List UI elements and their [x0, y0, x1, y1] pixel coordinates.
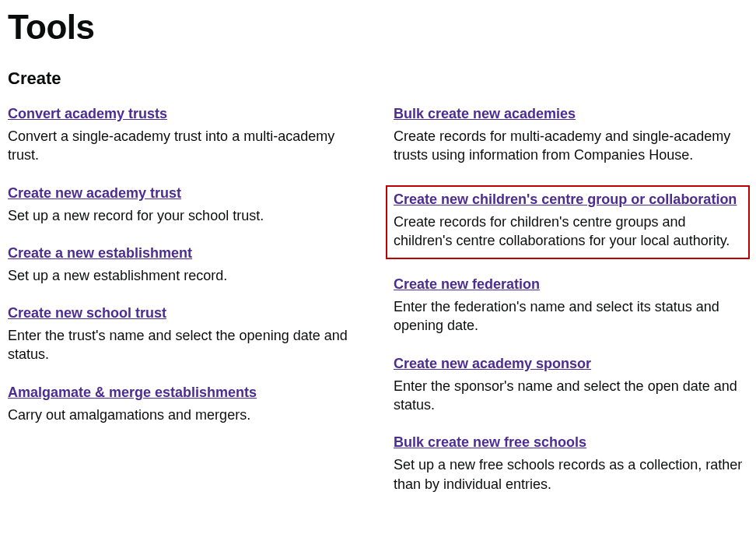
tool-item: Create new school trust Enter the trust'…	[8, 305, 362, 364]
page-title: Tools	[8, 8, 748, 47]
tool-item: Create new academy sponsor Enter the spo…	[394, 356, 748, 415]
right-column: Bulk create new academies Create records…	[394, 106, 748, 514]
tool-item: Amalgamate & merge establishments Carry …	[8, 385, 362, 424]
link-create-new-childrens-centre-group[interactable]: Create new children's centre group or co…	[394, 191, 737, 207]
tool-description: Carry out amalgamations and mergers.	[8, 406, 362, 424]
link-amalgamate-merge-establishments[interactable]: Amalgamate & merge establishments	[8, 385, 257, 400]
tool-description: Set up a new establishment record.	[8, 266, 362, 285]
tool-item: Convert academy trusts Convert a single-…	[8, 106, 362, 165]
tool-description: Enter the federation's name and select i…	[394, 297, 748, 336]
link-bulk-create-new-free-schools[interactable]: Bulk create new free schools	[394, 434, 586, 450]
link-create-new-federation[interactable]: Create new federation	[394, 276, 540, 292]
tool-description: Set up a new record for your school trus…	[8, 206, 362, 225]
tools-columns: Convert academy trusts Convert a single-…	[8, 106, 748, 514]
link-create-new-establishment[interactable]: Create a new establishment	[8, 245, 192, 261]
tool-item: Create new federation Enter the federati…	[394, 276, 748, 336]
link-bulk-create-new-academies[interactable]: Bulk create new academies	[394, 106, 576, 121]
tool-description: Create records for multi-academy and sin…	[394, 127, 748, 165]
tool-description: Set up a new free schools records as a c…	[394, 455, 748, 494]
tool-item: Bulk create new academies Create records…	[394, 106, 748, 165]
link-create-new-school-trust[interactable]: Create new school trust	[8, 305, 166, 321]
tool-item-highlighted: Create new children's centre group or co…	[386, 185, 750, 260]
link-create-new-academy-trust[interactable]: Create new academy trust	[8, 185, 181, 201]
tool-description: Create records for children's centre gro…	[394, 213, 742, 251]
tool-item: Create a new establishment Set up a new …	[8, 245, 362, 285]
tool-description: Enter the sponsor's name and select the …	[394, 377, 748, 415]
tool-description: Enter the trust's name and select the op…	[8, 326, 362, 364]
link-create-new-academy-sponsor[interactable]: Create new academy sponsor	[394, 356, 591, 371]
tool-description: Convert a single-academy trust into a mu…	[8, 127, 362, 165]
left-column: Convert academy trusts Convert a single-…	[8, 106, 362, 514]
tool-item: Bulk create new free schools Set up a ne…	[394, 434, 748, 494]
link-convert-academy-trusts[interactable]: Convert academy trusts	[8, 106, 167, 121]
tool-item: Create new academy trust Set up a new re…	[8, 185, 362, 225]
section-heading: Create	[8, 69, 748, 89]
